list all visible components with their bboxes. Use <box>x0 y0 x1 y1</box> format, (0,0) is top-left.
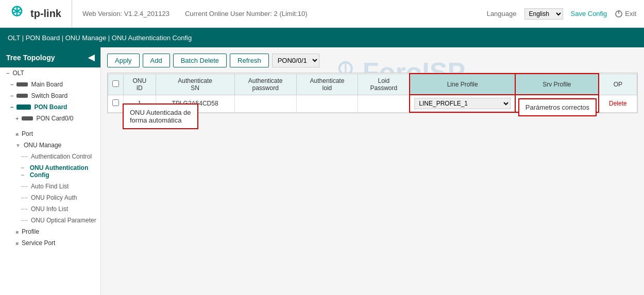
expand-icon: ▼ <box>15 143 21 148</box>
breadcrumb: OLT | PON Board | ONU Manage | ONU Authe… <box>8 34 192 42</box>
minus-icon: − <box>10 104 13 110</box>
th-loid-password: LoidPassword <box>358 74 410 95</box>
header-info: Web Version: V1.2.4_201123 Current Onlin… <box>82 10 477 18</box>
sidebar-header[interactable]: Tree Topology ◀ <box>0 47 100 67</box>
tooltip-left-text: ONU Autenticada deforma automática <box>130 109 191 124</box>
sidebar-item-ponboard[interactable]: − PON Board <box>0 101 100 113</box>
power-icon <box>615 10 623 18</box>
switchboard-label: Switch Board <box>31 92 67 99</box>
exit-button[interactable]: Exit <box>615 10 636 18</box>
poncard-icon <box>22 116 33 120</box>
td-loid-password <box>358 95 410 112</box>
service-port-label: Service Port <box>22 239 55 247</box>
poncard-label: PON Card0/0 <box>36 115 73 122</box>
sidebar-item-onu-optical[interactable]: −− ONU Optical Parameter <box>0 215 100 226</box>
expand-icon: ■ <box>15 131 19 137</box>
expand-icon: ■ <box>15 229 19 235</box>
mainboard-icon <box>16 82 28 86</box>
dash-icon: −− <box>21 164 27 179</box>
delete-link[interactable]: Delete <box>609 100 627 107</box>
mainboard-label: Main Board <box>31 81 62 88</box>
select-all-checkbox[interactable] <box>112 80 119 87</box>
batch-delete-button[interactable]: Batch Delete <box>173 54 227 67</box>
onumanage-label: ONU Manage <box>24 142 61 149</box>
toolbar: Apply Add Batch Delete Refresh PON0/0/1 … <box>107 54 638 67</box>
sidebar-item-auto-find[interactable]: −− Auto Find List <box>0 181 100 192</box>
dash-icon: −− <box>21 183 28 190</box>
th-auth-password: Authenticatepassword <box>234 74 296 95</box>
main-layout: Tree Topology ◀ − OLT − Main Board − Swi… <box>0 47 644 295</box>
sidebar-item-onu-policy[interactable]: −− ONU Policy Auth <box>0 192 100 203</box>
online-users-label: Current Online User Number: 2 (Limit:10) <box>185 10 308 18</box>
th-auth-loid: Authenticateloid <box>296 74 358 95</box>
sidebar-item-mainboard[interactable]: − Main Board <box>0 79 100 90</box>
language-select[interactable]: English Chinese <box>524 8 563 20</box>
profile-label: Profile <box>22 228 39 235</box>
dash-icon: −− <box>21 153 28 160</box>
apply-button[interactable]: Apply <box>107 54 140 67</box>
onu-policy-label: ONU Policy Auth <box>31 194 77 201</box>
sidebar-item-auth-control[interactable]: −− Authentication Control <box>0 151 100 162</box>
pon-select[interactable]: PON0/0/1 PON0/0/2 <box>272 54 319 67</box>
sidebar: Tree Topology ◀ − OLT − Main Board − Swi… <box>0 47 101 295</box>
sidebar-item-onu-auth-config[interactable]: −− ONU Authentication Config <box>0 162 100 181</box>
th-srv-profile: Srv Profile <box>515 74 599 95</box>
header-right: Language English Chinese Save Config Exi… <box>487 8 636 20</box>
td-op: Delete <box>599 95 637 112</box>
onu-info-label: ONU Info List <box>31 205 68 213</box>
port-label: Port <box>22 130 33 137</box>
header: tp-link Web Version: V1.2.4_201123 Curre… <box>0 0 644 28</box>
onu-auth-config-label: ONU Authentication Config <box>30 164 96 179</box>
ponboard-icon <box>16 105 31 110</box>
td-auth-password <box>234 95 296 112</box>
td-checkbox <box>108 95 124 112</box>
th-checkbox <box>108 74 124 95</box>
th-auth-sn: AuthenticateSN <box>156 74 234 95</box>
sidebar-item-profile[interactable]: ■ Profile <box>0 226 100 237</box>
sidebar-item-poncard[interactable]: + PON Card0/0 <box>0 113 100 124</box>
td-auth-loid <box>296 95 358 112</box>
tooltip-left: ONU Autenticada deforma automática <box>123 103 198 129</box>
onu-optical-label: ONU Optical Parameter <box>31 217 96 224</box>
switchboard-icon <box>16 94 28 98</box>
exit-label: Exit <box>625 10 636 18</box>
dash-icon: −− <box>21 217 28 224</box>
table-wrapper: ONU Autenticada deforma automática Parám… <box>107 73 638 113</box>
tooltip-right: Parámetros correctos <box>518 98 597 116</box>
dash-icon: −− <box>21 194 28 201</box>
sidebar-item-olt[interactable]: − OLT <box>0 67 100 79</box>
tp-link-logo-icon <box>8 5 26 23</box>
plus-icon: + <box>15 115 19 122</box>
dash-icon: −− <box>21 205 28 213</box>
add-button[interactable]: Add <box>143 54 170 67</box>
language-label: Language <box>487 10 517 18</box>
sidebar-item-onu-info[interactable]: −− ONU Info List <box>0 203 100 215</box>
sidebar-item-port[interactable]: ■ Port <box>0 128 100 140</box>
sidebar-title: Tree Topology <box>6 54 55 62</box>
sidebar-collapse-icon[interactable]: ◀ <box>88 53 94 62</box>
tooltip-right-text: Parámetros correctos <box>526 103 589 111</box>
sidebar-item-onumanage[interactable]: ▼ ONU Manage <box>0 140 100 151</box>
olt-label: OLT <box>12 70 24 77</box>
refresh-button[interactable]: Refresh <box>230 54 269 67</box>
nav-bar: OLT | PON Board | ONU Manage | ONU Authe… <box>0 28 644 47</box>
auth-control-label: Authentication Control <box>31 153 92 160</box>
ponboard-label: PON Board <box>34 103 67 111</box>
save-config-button[interactable]: Save Config <box>571 10 607 18</box>
td-line-profile: LINE_PROFLE_1 <box>410 95 515 112</box>
logo-text: tp-link <box>30 8 61 20</box>
logo-area: tp-link <box>8 0 72 27</box>
sidebar-item-service-port[interactable]: ■ Service Port <box>0 237 100 249</box>
minus-icon: − <box>10 93 13 99</box>
row-checkbox[interactable] <box>112 99 119 106</box>
th-line-profile: Line Profile <box>410 74 515 95</box>
version-label: Web Version: V1.2.4_201123 <box>82 10 170 18</box>
minus-icon: − <box>6 70 9 76</box>
th-op: OP <box>599 74 637 95</box>
auto-find-label: Auto Find List <box>31 183 69 190</box>
th-onu-id: ONUID <box>124 74 156 95</box>
minus-icon: − <box>10 81 13 88</box>
expand-icon: ■ <box>15 240 19 246</box>
line-profile-select[interactable]: LINE_PROFLE_1 <box>414 98 511 109</box>
sidebar-item-switchboard[interactable]: − Switch Board <box>0 90 100 101</box>
